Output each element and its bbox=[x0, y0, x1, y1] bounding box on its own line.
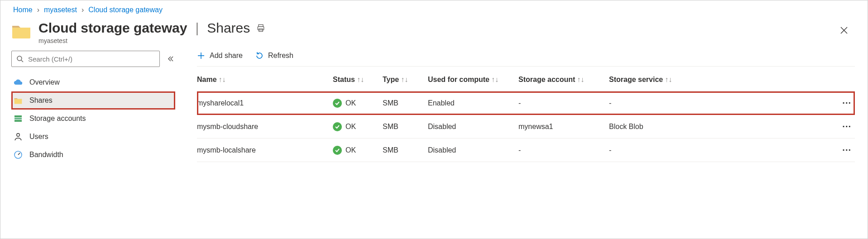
cell-used: Enabled bbox=[428, 91, 518, 115]
row-more-button[interactable]: ··· bbox=[828, 115, 855, 139]
close-button[interactable] bbox=[837, 23, 851, 38]
sidebar-item-label: Shares bbox=[29, 96, 53, 105]
chevron-right-icon: › bbox=[82, 6, 84, 14]
cloud-icon bbox=[13, 78, 23, 87]
col-svc[interactable]: Storage service↑↓ bbox=[609, 68, 828, 91]
storage-icon bbox=[13, 114, 23, 123]
refresh-label: Refresh bbox=[268, 52, 293, 60]
cell-storage-account: mynewsa1 bbox=[518, 115, 609, 139]
sidebar-item-users[interactable]: Users bbox=[11, 128, 175, 146]
folder-icon bbox=[13, 96, 23, 105]
cell-name: mysmb-cloudshare bbox=[197, 115, 333, 139]
cell-used: Disabled bbox=[428, 115, 518, 139]
refresh-button[interactable]: Refresh bbox=[255, 52, 293, 60]
content: Add share Refresh Name↑↓ Status↑↓ Type↑↓… bbox=[179, 47, 868, 164]
sidebar-item-bandwidth[interactable]: Bandwidth bbox=[11, 146, 175, 164]
cell-storage-service: - bbox=[609, 91, 828, 115]
cell-used: Disabled bbox=[428, 139, 518, 162]
row-more-button[interactable]: ··· bbox=[828, 91, 855, 115]
page-title-main: Cloud storage gateway bbox=[38, 20, 187, 35]
title-separator: | bbox=[193, 20, 201, 35]
sidebar-item-overview[interactable]: Overview bbox=[11, 73, 175, 91]
sidebar-item-label: Storage accounts bbox=[29, 115, 86, 123]
sidebar-item-label: Overview bbox=[29, 78, 60, 86]
cell-type: SMB bbox=[383, 91, 428, 115]
refresh-icon bbox=[255, 52, 264, 60]
sidebar: OverviewSharesStorage accountsUsersBandw… bbox=[11, 47, 179, 164]
sidebar-item-label: Users bbox=[29, 133, 48, 141]
col-status[interactable]: Status↑↓ bbox=[333, 68, 383, 91]
cell-status: OK bbox=[333, 91, 383, 115]
col-used[interactable]: Used for compute↑↓ bbox=[428, 68, 518, 91]
toolbar: Add share Refresh bbox=[197, 47, 855, 66]
status-ok-icon bbox=[333, 122, 342, 131]
cell-storage-account: - bbox=[518, 91, 609, 115]
svg-line-6 bbox=[21, 60, 23, 62]
status-ok-icon bbox=[333, 99, 342, 108]
sidebar-nav: OverviewSharesStorage accountsUsersBandw… bbox=[11, 73, 175, 164]
shares-table: Name↑↓ Status↑↓ Type↑↓ Used for compute↑… bbox=[197, 68, 855, 162]
page-subtitle: myasetest bbox=[38, 37, 265, 44]
breadcrumb-resource[interactable]: myasetest bbox=[44, 6, 77, 14]
sidebar-search[interactable] bbox=[11, 51, 160, 67]
page-title: Cloud storage gateway | Shares bbox=[38, 20, 265, 35]
collapse-sidebar-button[interactable] bbox=[166, 56, 175, 62]
search-input[interactable] bbox=[27, 55, 155, 63]
svg-rect-7 bbox=[14, 115, 22, 117]
print-button[interactable] bbox=[256, 24, 265, 33]
row-more-button[interactable]: ··· bbox=[828, 139, 855, 162]
blade-header: Cloud storage gateway | Shares myasetest bbox=[0, 16, 868, 47]
cell-name: mysmb-localshare bbox=[197, 139, 333, 162]
cell-storage-service: Block Blob bbox=[609, 115, 828, 139]
status-ok-icon bbox=[333, 146, 342, 155]
add-share-label: Add share bbox=[210, 52, 243, 60]
col-name[interactable]: Name↑↓ bbox=[197, 68, 333, 91]
cell-type: SMB bbox=[383, 139, 428, 162]
sidebar-item-storage-accounts[interactable]: Storage accounts bbox=[11, 110, 175, 128]
sidebar-item-label: Bandwidth bbox=[29, 151, 63, 159]
chevron-right-icon: › bbox=[37, 6, 39, 14]
add-share-button[interactable]: Add share bbox=[197, 52, 243, 60]
col-sa[interactable]: Storage account↑↓ bbox=[518, 68, 609, 91]
svg-point-10 bbox=[17, 134, 19, 136]
user-icon bbox=[13, 132, 23, 141]
cell-name: mysharelocal1 bbox=[197, 91, 333, 115]
cell-status: OK bbox=[333, 139, 383, 162]
table-row[interactable]: mysmb-localshareOKSMBDisabled--··· bbox=[197, 139, 855, 162]
sidebar-item-shares[interactable]: Shares bbox=[11, 91, 175, 110]
table-row[interactable]: mysmb-cloudshareOKSMBDisabledmynewsa1Blo… bbox=[197, 115, 855, 139]
cell-type: SMB bbox=[383, 115, 428, 139]
breadcrumb-home[interactable]: Home bbox=[13, 6, 33, 14]
search-icon bbox=[16, 55, 24, 62]
plus-icon bbox=[197, 52, 205, 60]
page-title-sub: Shares bbox=[207, 20, 250, 35]
svg-point-5 bbox=[17, 56, 22, 61]
col-type[interactable]: Type↑↓ bbox=[383, 68, 428, 91]
cell-storage-account: - bbox=[518, 139, 609, 162]
table-row[interactable]: mysharelocal1OKSMBEnabled--··· bbox=[197, 91, 855, 115]
breadcrumb-blade[interactable]: Cloud storage gateway bbox=[88, 6, 163, 14]
breadcrumb: Home › myasetest › Cloud storage gateway bbox=[0, 0, 868, 16]
svg-rect-9 bbox=[14, 120, 22, 122]
cell-status: OK bbox=[333, 115, 383, 139]
folder-icon bbox=[11, 23, 31, 39]
bandwidth-icon bbox=[13, 150, 23, 159]
cell-storage-service: - bbox=[609, 139, 828, 162]
svg-rect-8 bbox=[14, 118, 22, 120]
